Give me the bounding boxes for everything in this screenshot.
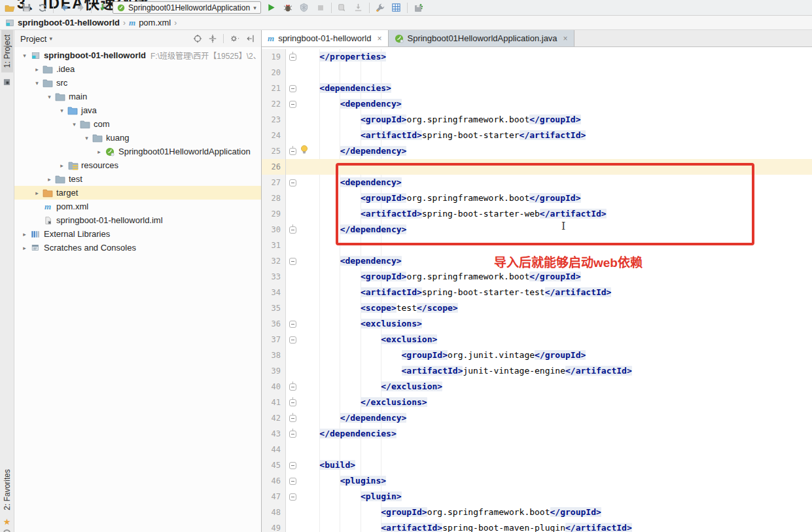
code-line-48[interactable]: 48 <groupId>org.springframework.boot</gr…: [262, 505, 812, 520]
locate-file-icon[interactable]: [193, 34, 202, 43]
code-line-24[interactable]: 24 <artifactId>spring-boot-starter</arti…: [262, 128, 812, 143]
fold-marker[interactable]: [286, 426, 299, 442]
chevron-down-icon[interactable]: ▾: [44, 94, 54, 100]
tree-item-springboot-01-helloworld[interactable]: ▾springboot-01-helloworldF:\班级管理\西开【1952…: [14, 48, 261, 62]
code-line-38[interactable]: 38 <groupId>org.junit.vintage</groupId>: [262, 347, 812, 363]
tree-item-external-libraries[interactable]: ▸External Libraries: [14, 227, 261, 241]
fold-marker[interactable]: [286, 379, 299, 395]
line-number[interactable]: 35: [262, 300, 286, 316]
chevron-right-icon[interactable]: ▸: [32, 66, 42, 73]
close-icon[interactable]: ×: [377, 34, 381, 43]
tree-item-springboot01helloworldapplication[interactable]: ▸Springboot01HelloworldApplication: [14, 145, 261, 158]
fold-marker[interactable]: [286, 457, 299, 473]
tree-item-test[interactable]: ▸test: [14, 172, 261, 186]
code-line-43[interactable]: 43 </dependencies>: [262, 426, 812, 442]
chevron-right-icon[interactable]: ▸: [94, 149, 104, 155]
code-line-41[interactable]: 41 </exclusions>: [262, 395, 812, 410]
code-line-49[interactable]: 49 <artifactId>spring-boot-maven-plugin<…: [262, 520, 812, 532]
tree-item-target[interactable]: ▸target: [14, 186, 261, 200]
code-line-42[interactable]: 42 </dependency>: [262, 410, 812, 426]
line-number[interactable]: 42: [262, 410, 286, 426]
line-number[interactable]: 32: [262, 253, 286, 269]
line-number[interactable]: 25: [262, 143, 286, 159]
line-number[interactable]: 49: [262, 520, 286, 532]
fold-marker[interactable]: [286, 49, 299, 65]
line-number[interactable]: 23: [262, 112, 286, 128]
code-line-37[interactable]: 37 <exclusion>: [262, 332, 812, 347]
code-line-26[interactable]: 26: [262, 159, 812, 175]
line-number[interactable]: 29: [262, 206, 286, 222]
editor-tab-springboot-01-helloworld[interactable]: mspringboot-01-helloworld×: [262, 30, 389, 46]
chevron-down-icon[interactable]: ▾: [82, 135, 92, 141]
fold-marker[interactable]: [286, 222, 299, 238]
line-number[interactable]: 43: [262, 426, 286, 442]
code-line-46[interactable]: 46 <plugins>: [262, 473, 812, 489]
fold-marker[interactable]: [286, 489, 299, 505]
line-number[interactable]: 22: [262, 96, 286, 112]
chevron-down-icon[interactable]: ▾: [57, 107, 67, 114]
line-number[interactable]: 39: [262, 363, 286, 379]
fold-marker[interactable]: [286, 80, 299, 96]
editor-tab-springboot01helloworldapplication-java[interactable]: Springboot01HelloworldApplication.java×: [389, 30, 574, 46]
tree-item-pom-xml[interactable]: mpom.xml: [14, 200, 261, 213]
tree-item-resources[interactable]: ▸resources: [14, 158, 261, 172]
dump-threads-icon[interactable]: [353, 2, 364, 14]
line-number[interactable]: 36: [262, 316, 286, 332]
breadcrumb-project[interactable]: springboot-01-helloworld: [18, 18, 120, 27]
code-line-45[interactable]: 45 <build>: [262, 457, 812, 473]
tree-item-main[interactable]: ▾main: [14, 90, 261, 103]
code-line-20[interactable]: 20: [262, 65, 812, 80]
open-project-icon[interactable]: [4, 2, 16, 14]
code-line-23[interactable]: 23 <groupId>org.springframework.boot</gr…: [262, 112, 812, 128]
code-line-25[interactable]: 25 </dependency>: [262, 143, 812, 159]
settings-wrench-icon[interactable]: [374, 2, 386, 14]
code-line-47[interactable]: 47 <plugin>: [262, 489, 812, 505]
line-number[interactable]: 30: [262, 222, 286, 238]
project-panel-title[interactable]: Project: [20, 34, 46, 44]
code-line-29[interactable]: 29 <artifactId>spring-boot-starter-web</…: [262, 206, 812, 222]
line-number[interactable]: 44: [262, 442, 286, 457]
intention-bulb-icon[interactable]: [300, 145, 309, 157]
tree-item-java[interactable]: ▾java: [14, 103, 261, 117]
chevron-right-icon[interactable]: ▸: [32, 190, 42, 196]
tree-item-src[interactable]: ▾src: [14, 76, 261, 90]
chevron-down-icon[interactable]: ▾: [20, 52, 29, 59]
code-line-34[interactable]: 34 <artifactId>spring-boot-starter-test<…: [262, 285, 812, 300]
line-number[interactable]: 27: [262, 175, 286, 190]
fold-marker[interactable]: [286, 395, 299, 410]
fold-marker[interactable]: [286, 175, 299, 190]
sync-icon[interactable]: [37, 2, 48, 14]
collapse-all-icon[interactable]: [208, 34, 217, 43]
line-number[interactable]: 28: [262, 190, 286, 206]
toolwindow-mini-icon[interactable]: [3, 77, 10, 88]
line-number[interactable]: 24: [262, 128, 286, 143]
update-project-icon[interactable]: 10: [96, 2, 108, 14]
line-number[interactable]: 20: [262, 65, 286, 80]
code-line-36[interactable]: 36 <exclusions>: [262, 316, 812, 332]
code-line-33[interactable]: 33 <groupId>org.springframework.boot</gr…: [262, 269, 812, 285]
chevron-right-icon[interactable]: ▸: [57, 162, 67, 169]
gear-icon[interactable]: [230, 34, 240, 43]
line-number[interactable]: 21: [262, 80, 286, 96]
line-number[interactable]: 33: [262, 269, 286, 285]
fold-marker[interactable]: [286, 410, 299, 426]
chevron-right-icon[interactable]: ▸: [20, 245, 29, 251]
tree-item-com[interactable]: ▾com: [14, 117, 261, 131]
line-number[interactable]: 34: [262, 285, 286, 300]
tree-item-springboot-01-helloworld-iml[interactable]: springboot-01-helloworld.iml: [14, 213, 261, 227]
code-editor[interactable]: 19 </properties>2021 <dependencies>22 <d…: [262, 47, 812, 532]
line-number[interactable]: 45: [262, 457, 286, 473]
line-number[interactable]: 48: [262, 505, 286, 520]
code-line-21[interactable]: 21 <dependencies>: [262, 80, 812, 96]
line-number[interactable]: 47: [262, 489, 286, 505]
tree-item-kuang[interactable]: ▾kuang: [14, 131, 261, 145]
fold-marker[interactable]: [286, 316, 299, 332]
line-number[interactable]: 26: [262, 159, 286, 175]
attach-profiler-icon[interactable]: [336, 2, 348, 14]
code-line-30[interactable]: 30 </dependency>: [262, 222, 812, 238]
code-line-31[interactable]: 31: [262, 238, 812, 253]
line-number[interactable]: 46: [262, 473, 286, 489]
forward-icon[interactable]: [75, 2, 86, 14]
close-icon[interactable]: ×: [563, 34, 568, 43]
code-line-35[interactable]: 35 <scope>test</scope>: [262, 300, 812, 316]
